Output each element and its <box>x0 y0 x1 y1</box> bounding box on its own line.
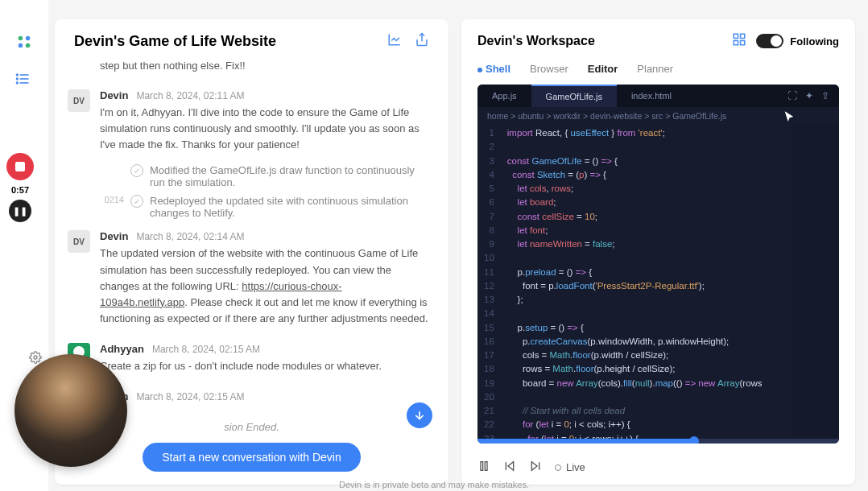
svg-point-22 <box>34 356 37 359</box>
footer-disclaimer: Devin is in private beta and may make mi… <box>0 480 868 489</box>
editor-breadcrumb[interactable]: home > ubuntu > workdir > devin-website … <box>477 107 839 125</box>
check-icon <box>130 195 143 208</box>
line-numbers: 1234567891011121314151617181920212223242… <box>477 125 501 439</box>
scroll-down-button[interactable] <box>407 402 432 428</box>
editor-tab-app[interactable]: App.js <box>477 85 531 107</box>
message-text: The updated version of the website with … <box>100 246 429 327</box>
check-icon <box>130 164 143 177</box>
skip-forward-button[interactable] <box>529 460 542 475</box>
app-logo[interactable] <box>14 32 34 52</box>
svg-rect-15 <box>741 41 745 45</box>
svg-point-8 <box>17 78 19 80</box>
upload-icon[interactable]: ⇪ <box>821 90 829 101</box>
workspace-tabs: Shell Browser Editor Planner <box>461 56 855 81</box>
pause-button[interactable] <box>477 460 490 475</box>
stop-recording-button[interactable] <box>6 153 34 180</box>
tab-planner[interactable]: Planner <box>637 63 673 75</box>
minimap[interactable] <box>791 125 839 439</box>
svg-marker-20 <box>531 462 537 471</box>
svg-point-1 <box>26 36 31 41</box>
user-webcam[interactable] <box>14 354 127 467</box>
editor-tab-index[interactable]: index.html <box>617 85 686 107</box>
action-item: 0214Redeployed the updated site with con… <box>68 192 429 222</box>
message: DV DevinMarch 8, 2024, 02:14 AM The upda… <box>68 222 429 335</box>
svg-rect-13 <box>741 34 745 38</box>
tab-shell[interactable]: Shell <box>477 63 510 75</box>
live-indicator[interactable]: Live <box>555 461 585 473</box>
chat-messages[interactable]: step but then nothing else. Fix!! DV Dev… <box>55 56 448 408</box>
svg-rect-12 <box>734 34 738 38</box>
svg-point-3 <box>26 43 31 48</box>
avatar-devin: DV <box>68 230 90 253</box>
workspace-title: Devin's Workspace <box>477 34 595 48</box>
tab-browser[interactable]: Browser <box>530 63 568 75</box>
svg-point-0 <box>19 36 23 41</box>
orphan-text: step but then nothing else. Fix!! <box>68 56 429 81</box>
expand-icon[interactable]: ⛶ <box>787 90 797 101</box>
grid-icon[interactable] <box>732 32 746 50</box>
recording-widget: 0:57 ❚❚ <box>6 153 34 222</box>
workspace-panel: Devin's Workspace Following Shell Browse… <box>461 19 855 485</box>
new-conversation-button[interactable]: Start a new conversation with Devin <box>143 443 361 472</box>
stats-icon[interactable] <box>387 32 402 50</box>
svg-point-2 <box>19 43 23 48</box>
chat-title: Devin's Game of Life Website <box>74 33 276 50</box>
pause-recording-button[interactable]: ❚❚ <box>9 200 31 222</box>
message: DV DevinMarch 8, 2024, 02:11 AM I'm on i… <box>68 81 429 161</box>
svg-marker-18 <box>508 462 514 471</box>
avatar-devin: DV <box>68 89 90 112</box>
following-label: Following <box>790 35 839 47</box>
svg-point-9 <box>17 82 19 84</box>
session-ended-text: sion Ended. <box>224 421 279 433</box>
code-content[interactable]: import React, { useEffect } from 'react'… <box>501 125 791 439</box>
magic-icon[interactable]: ✦ <box>805 90 813 101</box>
timeline-scrubber[interactable] <box>477 439 839 444</box>
svg-rect-16 <box>481 462 483 471</box>
following-toggle[interactable] <box>756 34 783 48</box>
svg-point-7 <box>17 74 19 76</box>
list-icon[interactable] <box>14 71 34 90</box>
svg-rect-14 <box>734 41 738 45</box>
action-item: Modified the GameOfLife.js draw function… <box>68 161 429 192</box>
editor-tab-gameoflife[interactable]: GameOfLife.js <box>531 85 617 107</box>
skip-back-button[interactable] <box>503 460 516 475</box>
code-editor: App.js GameOfLife.js index.html ⛶ ✦ ⇪ ho… <box>477 85 839 444</box>
share-icon[interactable] <box>415 32 429 50</box>
message: AdhyyanMarch 8, 2024, 02:15 AM Create a … <box>68 335 429 382</box>
svg-rect-17 <box>485 462 487 471</box>
recording-time: 0:57 <box>11 185 29 195</box>
tab-editor[interactable]: Editor <box>588 63 618 75</box>
